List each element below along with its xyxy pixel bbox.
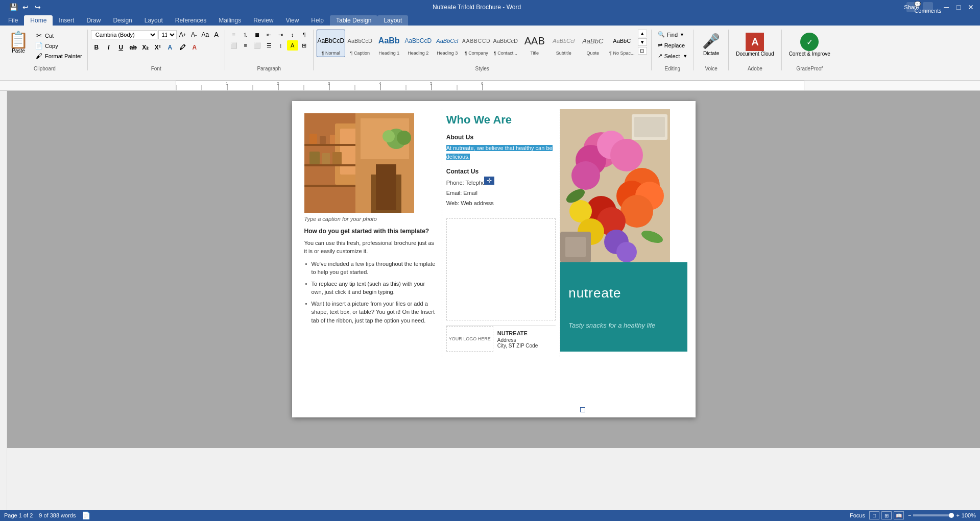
superscript-button[interactable]: X² <box>152 42 163 53</box>
tab-view[interactable]: View <box>280 15 305 26</box>
tab-insert[interactable]: Insert <box>53 15 80 26</box>
document-table: Type a caption for your photo How do you… <box>300 109 687 357</box>
justify-button[interactable]: ☰ <box>264 40 275 51</box>
find-dropdown[interactable]: ▼ <box>680 32 684 37</box>
dictate-label: Dictate <box>703 51 719 56</box>
decrease-font-button[interactable]: A- <box>189 30 199 40</box>
print-layout-view-button[interactable]: □ <box>869 511 879 519</box>
cut-button[interactable]: ✂ Cut <box>33 31 84 40</box>
style-no-spacing[interactable]: AaBbC ¶ No Spac... <box>608 30 636 57</box>
style-caption-text: AaBbCcD <box>348 38 372 44</box>
tab-references[interactable]: References <box>169 15 212 26</box>
shading-button[interactable]: A <box>287 40 298 51</box>
styles-scroll-up[interactable]: ▲ <box>638 30 647 37</box>
style-caption[interactable]: AaBbCcD ¶ Caption <box>346 30 374 57</box>
minimize-button[interactable]: ─ <box>941 2 951 12</box>
italic-button[interactable]: I <box>103 42 114 53</box>
proofing-icon[interactable]: 📄 <box>82 511 90 519</box>
decrease-indent-button[interactable]: ⇤ <box>264 30 275 40</box>
document-scroll-area[interactable]: ✛ <box>7 91 980 448</box>
tab-draw[interactable]: Draw <box>80 15 107 26</box>
undo-button[interactable]: ↩ <box>20 2 31 12</box>
tab-layout[interactable]: Layout <box>138 15 169 26</box>
font-color-button[interactable]: A <box>189 42 200 53</box>
comments-button[interactable]: 💬 Comments <box>923 2 933 12</box>
select-button[interactable]: ↗ Select ▼ <box>655 51 691 61</box>
style-title[interactable]: AAB Title <box>520 30 549 57</box>
tab-mailings[interactable]: Mailings <box>212 15 247 26</box>
redo-button[interactable]: ↪ <box>33 2 43 12</box>
align-center-button[interactable]: ≡ <box>240 40 251 51</box>
replace-button[interactable]: ⇌ Replace <box>655 40 688 50</box>
read-mode-button[interactable]: 📖 <box>894 511 904 519</box>
style-heading3[interactable]: AaBbCcl Heading 3 <box>433 30 462 57</box>
text-effects-button[interactable]: A <box>164 42 176 53</box>
copy-button[interactable]: 📄 Copy <box>33 41 84 51</box>
strikethrough-button[interactable]: ab <box>128 42 139 53</box>
editing-group-content: 🔍 Find ▼ ⇌ Replace ↗ Select ▼ <box>655 30 691 64</box>
tab-help[interactable]: Help <box>305 15 330 26</box>
font-size-select[interactable]: 11 <box>158 30 177 39</box>
paste-button[interactable]: 📋 Paste <box>5 30 32 56</box>
cut-icon: ✂ <box>35 32 43 39</box>
zoom-out-button[interactable]: − <box>908 512 911 518</box>
increase-font-button[interactable]: A+ <box>178 30 188 40</box>
maximize-button[interactable]: □ <box>953 2 964 12</box>
adobe-group: A Document Cloud Adobe <box>729 28 781 72</box>
line-spacing-button[interactable]: ↕ <box>275 40 286 51</box>
tab-review[interactable]: Review <box>247 15 279 26</box>
subscript-button[interactable]: X₂ <box>140 42 151 53</box>
increase-indent-button[interactable]: ⇥ <box>275 30 286 40</box>
select-dropdown[interactable]: ▼ <box>683 54 687 59</box>
save-button[interactable]: 💾 <box>8 2 18 12</box>
table-move-handle[interactable]: ✛ <box>484 177 494 185</box>
style-no-spacing-preview: AaBbC <box>609 31 635 51</box>
dictate-button[interactable]: 🎤 Dictate <box>697 30 725 59</box>
zoom-in-button[interactable]: + <box>956 512 959 518</box>
zoom-slider-track[interactable] <box>913 514 954 516</box>
bold-button[interactable]: B <box>91 42 102 53</box>
zoom-level[interactable]: 100% <box>962 512 976 518</box>
text-highlight-button[interactable]: 🖍 <box>177 42 188 53</box>
tab-layout2[interactable]: Layout <box>377 15 408 26</box>
sort-button[interactable]: ↕ <box>287 30 298 40</box>
style-contact[interactable]: AaBbCcD ¶ Contact... <box>491 30 520 57</box>
style-heading1[interactable]: AaBb Heading 1 <box>375 30 403 57</box>
adobe-group-content: A Document Cloud <box>732 30 778 64</box>
multilevel-list-button[interactable]: ≣ <box>252 30 263 40</box>
gradeproof-icon: ✓ <box>800 33 819 51</box>
underline-button[interactable]: U <box>115 42 127 53</box>
focus-label[interactable]: Focus <box>850 512 865 518</box>
find-button[interactable]: 🔍 Find ▼ <box>655 30 687 39</box>
document-cloud-button[interactable]: A Document Cloud <box>732 30 778 60</box>
table-resize-handle[interactable] <box>580 407 585 412</box>
style-subtitle[interactable]: AaBbCcl Subtitle <box>549 30 578 57</box>
tab-home[interactable]: Home <box>24 15 53 26</box>
style-normal-label: ¶ Normal <box>322 51 340 56</box>
tab-design[interactable]: Design <box>107 15 138 26</box>
bullets-button[interactable]: ≡ <box>228 30 240 40</box>
font-family-select[interactable]: Cambria (Body) <box>91 30 157 39</box>
correct-improve-button[interactable]: ✓ Correct & Improve <box>785 30 834 60</box>
format-painter-button[interactable]: 🖌 Format Painter <box>33 51 84 61</box>
tab-table-design[interactable]: Table Design <box>330 15 377 26</box>
numbering-button[interactable]: ⒈ <box>240 30 251 40</box>
change-case-button[interactable]: Aa <box>200 30 210 40</box>
clipboard-small-buttons: ✂ Cut 📄 Copy 🖌 Format Painter <box>33 30 84 61</box>
web-layout-view-button[interactable]: ⊞ <box>881 511 892 519</box>
style-quote[interactable]: AaBbC Quote <box>579 30 607 57</box>
show-hide-button[interactable]: ¶ <box>299 30 310 40</box>
style-heading1-preview: AaBb <box>376 31 402 51</box>
align-left-button[interactable]: ⬜ <box>228 40 240 51</box>
tab-file[interactable]: File <box>2 15 24 26</box>
styles-more[interactable]: ⊡ <box>638 47 647 55</box>
clear-formatting-button[interactable]: A <box>211 30 222 40</box>
style-normal[interactable]: AaBbCcD ¶ Normal <box>317 30 345 57</box>
style-company[interactable]: AABBCCD ¶ Company <box>462 30 491 57</box>
align-right-button[interactable]: ⬜ <box>252 40 263 51</box>
close-button[interactable]: ✕ <box>966 2 976 12</box>
style-heading2[interactable]: AaBbCcD Heading 2 <box>404 30 433 57</box>
style-subtitle-preview: AaBbCcl <box>551 31 577 51</box>
borders-button[interactable]: ⊞ <box>299 40 310 51</box>
styles-scroll-down[interactable]: ▼ <box>638 38 647 46</box>
